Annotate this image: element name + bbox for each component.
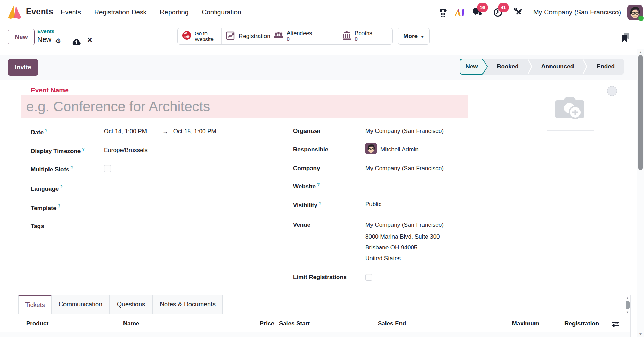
registration-stat-button[interactable]: Registration bbox=[222, 28, 269, 44]
discard-icon[interactable]: × bbox=[87, 35, 92, 45]
main-scrollbar[interactable]: ▲ ▼ bbox=[637, 49, 644, 337]
help-icon[interactable]: ? bbox=[319, 201, 321, 206]
stage-chevron bbox=[583, 59, 587, 75]
ai-icon[interactable] bbox=[455, 7, 466, 17]
scroll-down-icon[interactable]: ▼ bbox=[637, 332, 644, 336]
scroll-up-icon[interactable]: ▲ bbox=[637, 50, 644, 54]
breadcrumb-parent[interactable]: Events bbox=[37, 28, 54, 34]
favorite-bookmark-icon[interactable] bbox=[622, 33, 629, 43]
display-timezone-value[interactable]: Europe/Brussels bbox=[104, 147, 148, 154]
field-language: Language? bbox=[31, 185, 104, 193]
company-value[interactable]: My Company (San Francisco) bbox=[365, 165, 444, 172]
booths-stat-label: Booths bbox=[355, 31, 372, 36]
inner-scroll-thumb[interactable] bbox=[626, 301, 630, 309]
event-image-upload[interactable] bbox=[547, 85, 594, 131]
bookmark-front bbox=[622, 35, 627, 43]
tab-tickets[interactable]: Tickets bbox=[18, 295, 52, 314]
company-label: Company bbox=[293, 165, 365, 172]
date-label: Date? bbox=[31, 128, 104, 136]
tab-communication[interactable]: Communication bbox=[52, 295, 109, 314]
inner-scroll-down-icon[interactable]: ▼ bbox=[624, 310, 630, 314]
menu-events[interactable]: Events bbox=[61, 8, 81, 16]
menu-registration-desk[interactable]: Registration Desk bbox=[94, 8, 147, 16]
notebook-divider bbox=[630, 295, 631, 337]
stage-ended[interactable]: Ended bbox=[587, 59, 624, 75]
event-name-label: Event Name bbox=[31, 87, 69, 94]
help-icon[interactable]: ? bbox=[45, 128, 47, 133]
events-form-screen: Events Events Registration Desk Reportin… bbox=[0, 0, 644, 337]
organizer-value[interactable]: My Company (San Francisco) bbox=[365, 128, 444, 135]
field-responsible: Responsible Mitchell Admin bbox=[293, 145, 419, 154]
smart-button-box: Go to Website Registration bbox=[177, 28, 393, 45]
tab-notes-documents[interactable]: Notes & Documents bbox=[153, 295, 223, 314]
registration-stat-label: Registration bbox=[239, 33, 270, 40]
limit-registrations-checkbox[interactable] bbox=[365, 274, 372, 281]
messages-icon[interactable]: 16 bbox=[471, 7, 483, 17]
help-icon[interactable]: ? bbox=[317, 182, 320, 187]
tools-icon[interactable] bbox=[512, 7, 524, 17]
field-visibility: Visibility? Public bbox=[293, 201, 381, 209]
venue-address-line1: 8000 Marina Blvd, Suite 300 bbox=[365, 231, 444, 242]
date-end-value[interactable]: Oct 15, 1:00 PM bbox=[173, 128, 216, 135]
inner-scroll-up-icon[interactable]: ▲ bbox=[624, 296, 630, 300]
booth-building-icon bbox=[342, 31, 352, 42]
stage-booked[interactable]: Booked bbox=[488, 59, 527, 75]
multiple-slots-checkbox[interactable] bbox=[104, 165, 111, 172]
navbar-systray: 16 41 My Company (San Francisco) bbox=[437, 0, 644, 24]
responsible-value[interactable]: Mitchell Admin bbox=[380, 146, 419, 153]
go-to-website-button[interactable]: Go to Website bbox=[178, 28, 222, 44]
activities-count-badge: 41 bbox=[498, 3, 509, 12]
column-header-name[interactable]: Name bbox=[123, 320, 139, 327]
tab-questions[interactable]: Questions bbox=[109, 295, 153, 314]
kanban-state-circle[interactable] bbox=[607, 86, 617, 96]
user-avatar[interactable] bbox=[627, 5, 643, 20]
stage-announced[interactable]: Announced bbox=[532, 59, 583, 75]
table-body-strip bbox=[0, 332, 630, 337]
main-menu: Events Registration Desk Reporting Confi… bbox=[61, 0, 241, 24]
booths-stat-button[interactable]: Booths 0 bbox=[337, 28, 392, 44]
responsible-avatar bbox=[365, 143, 377, 154]
column-header-sales-end[interactable]: Sales End bbox=[378, 320, 406, 327]
save-cloud-icon[interactable] bbox=[72, 38, 81, 47]
inner-scrollbar[interactable]: ▲ ▼ bbox=[624, 296, 630, 314]
menu-reporting[interactable]: Reporting bbox=[160, 8, 188, 16]
invite-button[interactable]: Invite bbox=[8, 59, 38, 76]
column-header-registration[interactable]: Registration bbox=[564, 320, 599, 327]
new-button[interactable]: New bbox=[8, 29, 35, 45]
attendees-stat-button[interactable]: Attendees 0 bbox=[269, 28, 337, 44]
display-timezone-label: Display Timezone? bbox=[31, 147, 104, 155]
venue-address-block[interactable]: My Company (San Francisco) 8000 Marina B… bbox=[365, 222, 444, 264]
field-display-timezone: Display Timezone? Europe/Brussels bbox=[31, 147, 148, 155]
camera-plus-icon bbox=[554, 93, 588, 123]
column-header-price[interactable]: Price bbox=[244, 320, 274, 327]
field-organizer: Organizer My Company (San Francisco) bbox=[293, 128, 444, 135]
odoo-events-logo-icon[interactable] bbox=[8, 5, 22, 20]
more-dropdown-button[interactable]: More ▼ bbox=[398, 28, 430, 45]
voip-phone-icon[interactable] bbox=[437, 7, 449, 17]
visibility-label: Visibility? bbox=[293, 201, 365, 209]
globe-icon bbox=[182, 31, 192, 42]
help-icon[interactable]: ? bbox=[60, 185, 62, 189]
help-icon[interactable]: ? bbox=[58, 204, 60, 209]
active-company[interactable]: My Company (San Francisco) bbox=[533, 8, 621, 16]
column-header-product[interactable]: Product bbox=[26, 320, 48, 327]
event-name-input[interactable] bbox=[21, 95, 468, 118]
help-icon[interactable]: ? bbox=[82, 147, 84, 152]
activities-clock-icon[interactable]: 41 bbox=[492, 7, 504, 17]
help-icon[interactable]: ? bbox=[71, 165, 73, 170]
scroll-thumb[interactable] bbox=[638, 55, 643, 170]
field-date: Date? Oct 14, 1:00 PM → Oct 15, 1:00 PM bbox=[31, 128, 216, 136]
stage-new-label: New bbox=[460, 59, 488, 75]
optional-columns-icon[interactable] bbox=[611, 321, 620, 329]
booths-stat-count: 0 bbox=[355, 36, 372, 42]
visibility-value[interactable]: Public bbox=[365, 201, 381, 208]
menu-configuration[interactable]: Configuration bbox=[202, 8, 241, 16]
stage-new[interactable]: New bbox=[460, 59, 488, 75]
column-header-maximum[interactable]: Maximum bbox=[499, 320, 539, 327]
tags-label: Tags bbox=[31, 223, 104, 230]
date-start-value[interactable]: Oct 14, 1:00 PM bbox=[104, 128, 147, 135]
column-header-sales-start[interactable]: Sales Start bbox=[279, 320, 310, 327]
actions-gear-icon[interactable]: ⚙ bbox=[55, 37, 61, 45]
tab-strip-border bbox=[0, 314, 630, 314]
language-label: Language? bbox=[31, 185, 104, 193]
